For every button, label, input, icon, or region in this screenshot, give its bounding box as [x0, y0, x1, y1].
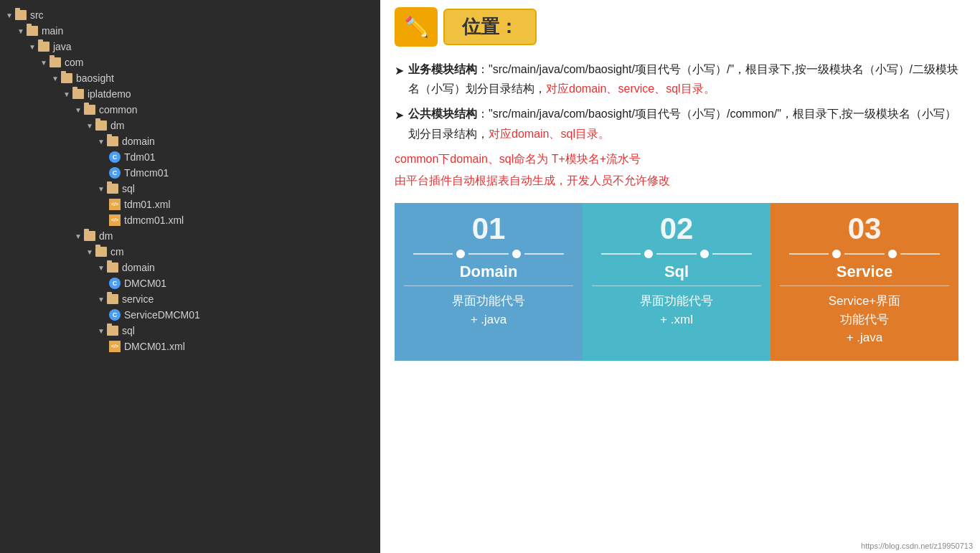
bullet-1-bold: 业务模块结构 [408, 63, 477, 75]
java-class-icon: C [109, 167, 121, 179]
tl-dot-1 [644, 250, 653, 258]
tl-dot-2 [700, 250, 709, 258]
tree-label: domain [122, 136, 155, 147]
card-3-title: Service [837, 263, 892, 281]
tree-item[interactable]: ▼cm [0, 244, 380, 260]
arrow-icon: ▼ [40, 59, 47, 67]
arrow-icon: ▼ [98, 327, 105, 335]
tree-label: baosight [76, 72, 114, 84]
card-1-desc: 界面功能代号+ .java [445, 292, 532, 329]
tree-item[interactable]: ▼iplatdemo [0, 86, 380, 102]
tree-label: DMCM01 [124, 278, 166, 289]
tree-label: ServiceDMCM01 [124, 309, 200, 321]
folder-icon [61, 73, 72, 83]
folder-icon [107, 294, 118, 304]
tree-label: dm [110, 120, 124, 131]
arrow-icon: ▼ [98, 296, 105, 303]
tree-item[interactable]: ▼domain [0, 260, 380, 275]
tree-item[interactable]: ▼domain [0, 133, 380, 149]
folder-icon [84, 105, 95, 115]
card-service: 03 Service Service+界面功能代号+ .java [771, 203, 958, 361]
arrow-icon: ▼ [86, 248, 93, 256]
bullet-2-red: 对应domain、sql目录。 [489, 128, 610, 140]
arrow-icon: ▼ [29, 43, 36, 51]
arrow-icon: ▼ [52, 75, 59, 82]
card-3-desc: Service+界面功能代号+ .java [821, 292, 908, 347]
pencil-icon: ✏️ [395, 7, 438, 47]
tree-item[interactable]: tdmcm01.xml [0, 212, 380, 228]
tree-item[interactable]: ▼baosight [0, 70, 380, 86]
bullet-2-colon: ： [477, 108, 489, 120]
tree-item[interactable]: ▼dm [0, 228, 380, 244]
arrow-icon: ▼ [98, 138, 105, 146]
arrow-icon: ▼ [86, 122, 93, 130]
folder-icon [107, 326, 118, 336]
tree-item[interactable]: CTdm01 [0, 149, 380, 165]
folder-icon [107, 263, 118, 273]
tree-item[interactable]: ▼sql [0, 181, 380, 197]
footer-url: https://blog.csdn.net/z19950713 [861, 542, 973, 550]
card-sql: 02 Sql 界面功能代号+ .xml [583, 203, 771, 361]
tl-line [900, 253, 940, 255]
xml-icon [109, 199, 121, 210]
tree-label: common [99, 104, 138, 115]
tree-item[interactable]: ▼com [0, 55, 380, 70]
card-2-desc: 界面功能代号+ .xml [633, 292, 720, 329]
tree-label: tdmcm01.xml [124, 214, 184, 226]
card-1-number: 01 [472, 214, 506, 244]
bullet-1: ➤ 业务模块结构："src/main/java/com/baosight/项目代… [395, 60, 958, 98]
tree-item[interactable]: ▼service [0, 291, 380, 307]
tree-item[interactable]: CServiceDMCM01 [0, 307, 380, 323]
card-2-number: 02 [660, 214, 694, 244]
folder-icon [95, 247, 107, 257]
xml-icon [109, 341, 121, 352]
tree-item[interactable]: DMCM01.xml [0, 339, 380, 354]
arrow-icon: ▼ [75, 106, 82, 114]
arrow-icon: ▼ [6, 11, 13, 19]
tl-dot-1 [456, 250, 465, 258]
card-1-divider [404, 285, 573, 286]
tree-item[interactable]: ▼main [0, 23, 380, 39]
tree-label: dm [99, 230, 113, 242]
tree-item[interactable]: ▼java [0, 39, 380, 55]
tree-label: tdm01.xml [124, 199, 171, 210]
tree-item[interactable]: ▼sql [0, 323, 380, 339]
tree-item[interactable]: ▼src [0, 7, 380, 23]
red-line-1: common下domain、sql命名为 T+模块名+流水号 [395, 149, 958, 169]
tree-label: service [122, 293, 154, 305]
card-3-number: 03 [848, 214, 882, 244]
tree-item[interactable]: tdm01.xml [0, 197, 380, 212]
card-2-divider [592, 285, 761, 286]
card-2-timeline [601, 250, 752, 258]
tree-label: iplatdemo [88, 88, 131, 100]
arrow-1: ➤ [395, 61, 404, 80]
folder-icon [84, 231, 95, 241]
tl-line [601, 253, 641, 255]
tl-dot-2 [512, 250, 521, 258]
cards-section: 01 Domain 界面功能代号+ .java 02 Sql [395, 203, 958, 361]
tree-item[interactable]: CTdmcm01 [0, 165, 380, 181]
tree-label: com [65, 57, 83, 68]
content-panel: ✏️ 位置： ➤ 业务模块结构："src/main/java/com/baosi… [380, 0, 980, 553]
tree-item[interactable]: CDMCM01 [0, 275, 380, 291]
tree-label: Tdm01 [124, 151, 156, 163]
folder-icon [107, 184, 118, 194]
tree-label: domain [122, 262, 155, 273]
file-tree-panel: ▼src▼main▼java▼com▼baosight▼iplatdemo▼co… [0, 0, 380, 553]
pencil-emoji: ✏️ [404, 15, 429, 39]
position-label: 位置： [443, 9, 537, 45]
folder-icon [50, 57, 61, 67]
top-banner: ✏️ 位置： [395, 7, 958, 47]
java-class-icon: C [109, 151, 121, 163]
folder-icon [107, 136, 118, 146]
arrow-2: ➤ [395, 105, 404, 125]
folder-icon [72, 89, 84, 99]
tree-item[interactable]: ▼common [0, 102, 380, 118]
tree-item[interactable]: ▼dm [0, 118, 380, 133]
tl-line [656, 253, 696, 255]
tree-label: main [42, 25, 63, 37]
java-class-icon: C [109, 309, 121, 321]
bullet-1-red: 对应domain、service、sql目录。 [546, 82, 715, 95]
card-1-timeline [413, 250, 564, 258]
card-2-title: Sql [664, 263, 689, 281]
